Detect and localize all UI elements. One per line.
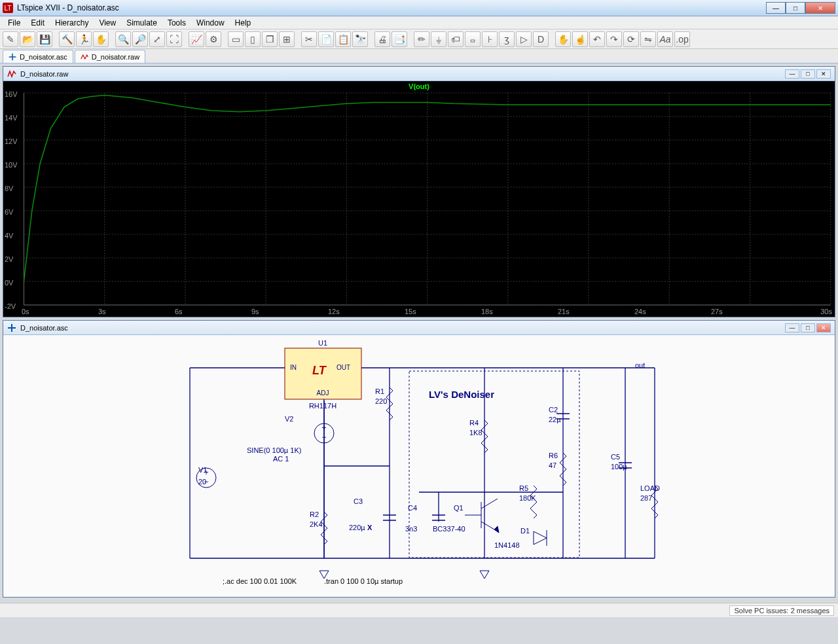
- label-r1[interactable]: R1: [375, 387, 384, 395]
- label-v1[interactable]: V1: [198, 466, 207, 474]
- capacitor-icon[interactable]: ⊦: [482, 31, 498, 47]
- cascade-icon[interactable]: ❐: [262, 31, 278, 47]
- menu-file[interactable]: File: [3, 17, 26, 29]
- svg-marker-50: [480, 571, 489, 579]
- run-icon[interactable]: 🏃: [76, 31, 92, 47]
- new-schematic-icon[interactable]: ✎: [3, 31, 18, 47]
- cut-icon[interactable]: ✂: [301, 31, 317, 47]
- label-d1[interactable]: D1: [520, 527, 530, 535]
- mirror-icon[interactable]: ⇋: [640, 31, 656, 47]
- print-icon[interactable]: 🖨: [374, 31, 390, 47]
- redo-icon[interactable]: ↷: [606, 31, 622, 47]
- label-r1-val[interactable]: 220: [375, 397, 387, 405]
- print-setup-icon[interactable]: 📑: [392, 31, 407, 47]
- tab-schematic[interactable]: D_noisator.asc: [3, 50, 73, 63]
- label-q1-val[interactable]: BC337-40: [433, 525, 465, 533]
- label-c2-val[interactable]: 22µ: [549, 416, 561, 423]
- component-icon[interactable]: D: [533, 31, 549, 47]
- directive-tran[interactable]: .tran 0 100 0 10µ startup: [324, 577, 403, 585]
- sub-close-button[interactable]: ✕: [816, 323, 831, 332]
- label-r6-val[interactable]: 47: [549, 461, 556, 469]
- copy-icon[interactable]: 📄: [318, 31, 334, 47]
- text-icon[interactable]: Aa: [657, 31, 673, 47]
- label-load-val[interactable]: 287: [640, 494, 652, 502]
- menu-edit[interactable]: Edit: [26, 17, 50, 29]
- label-x[interactable]: X: [367, 524, 372, 531]
- component-d1[interactable]: [534, 530, 547, 546]
- zoom-in-icon[interactable]: 🔍: [115, 31, 131, 47]
- open-icon[interactable]: 📂: [20, 31, 35, 47]
- label-c3-val[interactable]: 220µ: [349, 524, 365, 531]
- close-button[interactable]: ✕: [805, 2, 835, 14]
- label-r5[interactable]: R5: [519, 484, 528, 492]
- hammer-icon[interactable]: 🔨: [59, 31, 75, 47]
- label-v2[interactable]: V2: [285, 415, 293, 423]
- rotate-icon[interactable]: ⟳: [623, 31, 639, 47]
- label-v2-val2[interactable]: AC 1: [273, 455, 289, 463]
- menu-window[interactable]: Window: [191, 17, 230, 29]
- status-message[interactable]: Solve PC issues: 2 messages: [729, 605, 834, 616]
- label-v2-val1[interactable]: SINE(0 100µ 1K): [247, 446, 301, 454]
- label-r5-val[interactable]: 180K: [519, 494, 536, 502]
- label-r6[interactable]: R6: [549, 452, 558, 459]
- trace-label[interactable]: V(out): [409, 82, 429, 90]
- paste-icon[interactable]: 📋: [335, 31, 351, 47]
- schematic-canvas[interactable]: U1 IN OUT ADJ RH117H LT + − + −: [3, 335, 835, 597]
- label-c5[interactable]: C5: [611, 453, 620, 461]
- tile-horz-icon[interactable]: ▭: [228, 31, 244, 47]
- label-v1-val[interactable]: 20: [198, 478, 206, 486]
- drag-icon[interactable]: ☝: [572, 31, 588, 47]
- diode-icon[interactable]: ▷: [516, 31, 532, 47]
- save-icon[interactable]: 💾: [37, 31, 52, 47]
- undo-icon[interactable]: ↶: [589, 31, 605, 47]
- tab-label: D_noisator.asc: [20, 53, 67, 61]
- move-icon[interactable]: ✋: [555, 31, 571, 47]
- draw-wire-icon[interactable]: ✏: [414, 31, 429, 47]
- sub-minimize-button[interactable]: —: [785, 69, 799, 79]
- sub-maximize-button[interactable]: □: [801, 323, 815, 332]
- label-d1-val[interactable]: 1N4148: [494, 541, 520, 549]
- label-r4-val[interactable]: 1K8: [469, 429, 483, 437]
- x-tick: 6s: [175, 308, 183, 315]
- label-r4[interactable]: R4: [469, 419, 479, 427]
- label-c4-val[interactable]: 3n3: [405, 525, 417, 533]
- resistor-icon[interactable]: ⏛: [465, 31, 481, 47]
- sub-maximize-button[interactable]: □: [801, 69, 815, 79]
- label-r2-val[interactable]: 2K4: [310, 520, 323, 528]
- tab-waveform[interactable]: D_noisator.raw: [75, 50, 145, 63]
- tile-vert-icon[interactable]: ▯: [245, 31, 261, 47]
- label-c5-val[interactable]: 100µ: [611, 463, 627, 471]
- menu-help[interactable]: Help: [230, 17, 257, 29]
- sub-close-button[interactable]: ✕: [816, 69, 831, 79]
- menu-hierarchy[interactable]: Hierarchy: [50, 17, 94, 29]
- component-q1[interactable]: [465, 499, 499, 533]
- maximize-button[interactable]: □: [786, 2, 805, 14]
- find-icon[interactable]: 🔭: [352, 31, 368, 47]
- ground-icon[interactable]: ⏚: [431, 31, 446, 47]
- zoom-pan-icon[interactable]: ⤢: [149, 31, 165, 47]
- label-r2[interactable]: R2: [310, 510, 319, 518]
- label-c3[interactable]: C3: [354, 497, 363, 505]
- label-net-icon[interactable]: 🏷: [448, 31, 464, 47]
- directive-ac[interactable]: ;.ac dec 100 0.01 100K: [223, 577, 297, 585]
- close-all-icon[interactable]: ⊞: [279, 31, 295, 47]
- zoom-out-icon[interactable]: 🔎: [132, 31, 148, 47]
- label-load[interactable]: LOAD: [640, 484, 660, 492]
- label-c4[interactable]: C4: [408, 504, 417, 512]
- autorange-icon[interactable]: 📈: [189, 31, 204, 47]
- settings-icon[interactable]: ⚙: [206, 31, 221, 47]
- label-out-net[interactable]: out: [635, 361, 645, 369]
- component-r5[interactable]: [530, 486, 537, 518]
- menu-view[interactable]: View: [94, 17, 121, 29]
- sub-minimize-button[interactable]: —: [785, 323, 799, 332]
- label-q1[interactable]: Q1: [454, 504, 464, 512]
- waveform-plot[interactable]: V(out) 16V 14V 12V 10V 8V 6V 4V 2V 0V -2…: [3, 81, 835, 317]
- label-c2[interactable]: C2: [549, 406, 558, 414]
- menu-simulate[interactable]: Simulate: [121, 17, 162, 29]
- halt-icon[interactable]: ✋: [93, 31, 109, 47]
- zoom-full-icon[interactable]: ⛶: [166, 31, 182, 47]
- minimize-button[interactable]: —: [766, 2, 786, 14]
- menu-tools[interactable]: Tools: [162, 17, 191, 29]
- spice-directive-icon[interactable]: .op: [674, 31, 690, 47]
- inductor-icon[interactable]: ʒ: [499, 31, 515, 47]
